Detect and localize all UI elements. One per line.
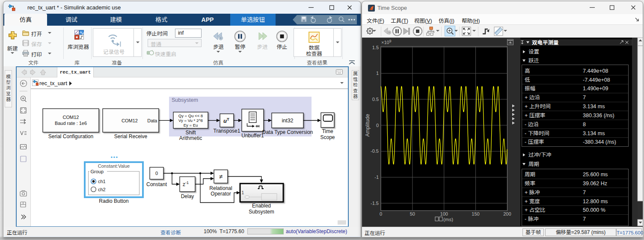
- svg-text:39.062 Hz: 39.062 Hz: [583, 181, 607, 187]
- svg-text:Enabled: Enabled: [252, 203, 271, 209]
- svg-text:380.336 (/ns): 380.336 (/ns): [583, 113, 614, 119]
- svg-text:1.490e+09: 1.490e+09: [583, 86, 608, 92]
- svg-text:- 脉冲: - 脉冲: [525, 216, 539, 222]
- svg-text:COM12: COM12: [63, 115, 79, 120]
- svg-text:Amplitude: Amplitude: [365, 114, 371, 137]
- svg-text:Serial Configuration: Serial Configuration: [48, 133, 93, 139]
- svg-text:1: 1: [242, 190, 244, 195]
- svg-text:设置: 设置: [528, 49, 539, 55]
- svg-text:7.449e+08: 7.449e+08: [583, 68, 608, 74]
- svg-text:-1.5: -1.5: [371, 201, 379, 206]
- svg-text:int32: int32: [282, 118, 293, 124]
- svg-text:+ 占空比: + 占空比: [525, 207, 545, 213]
- svg-text:×109: ×109: [381, 39, 392, 45]
- svg-text:+ 压摆率: + 压摆率: [525, 113, 545, 119]
- svg-text:Data Type Conversion: Data Type Conversion: [262, 129, 313, 135]
- svg-text:Vy = Vu * 2^8: Vy = Vu * 2^8: [178, 118, 203, 123]
- svg-text:周期: 周期: [528, 161, 539, 167]
- svg-text:-0.5: -0.5: [371, 148, 379, 154]
- svg-text:振幅: 振幅: [525, 86, 535, 92]
- svg-text:1.5: 1.5: [372, 45, 379, 50]
- svg-text:COM12: COM12: [122, 118, 138, 123]
- svg-text:12.800 ms: 12.800 ms: [583, 199, 608, 204]
- svg-text:- 下降时间: - 下降时间: [525, 130, 549, 136]
- svg-text:过冲/下冲: 过冲/下冲: [528, 152, 551, 158]
- svg-text:频率: 频率: [525, 181, 535, 187]
- svg-text:7: 7: [583, 190, 586, 196]
- svg-text:Relational: Relational: [209, 185, 232, 191]
- svg-text:高: 高: [525, 68, 530, 74]
- svg-text:(ms): (ms): [443, 217, 453, 222]
- svg-text:0.5: 0.5: [372, 97, 379, 102]
- svg-text:-1: -1: [374, 175, 379, 180]
- svg-text:3.134 ms: 3.134 ms: [583, 130, 605, 136]
- svg-text:Shift: Shift: [185, 130, 196, 136]
- svg-text:Qy = Qu << 8: Qy = Qu << 8: [178, 113, 203, 118]
- svg-text:8: 8: [583, 121, 586, 127]
- svg-text:Radio Button: Radio Button: [99, 198, 128, 204]
- svg-text:25.600 ms: 25.600 ms: [583, 172, 608, 178]
- svg-text:ch2: ch2: [98, 187, 106, 192]
- svg-text:周期: 周期: [525, 172, 535, 178]
- svg-text:Ey = Eu: Ey = Eu: [184, 123, 198, 127]
- svg-text:Time: Time: [322, 128, 333, 134]
- svg-text:Scope: Scope: [320, 134, 335, 140]
- svg-text:+ 上升时间: + 上升时间: [525, 104, 551, 110]
- svg-text:低: 低: [525, 77, 530, 83]
- svg-text:0: 0: [380, 211, 382, 216]
- svg-text:≠: ≠: [219, 173, 223, 180]
- svg-text:1: 1: [376, 71, 379, 76]
- svg-text:Operator: Operator: [211, 191, 231, 197]
- svg-text:- 压摆率: - 压摆率: [525, 139, 544, 145]
- svg-text:Baud rate : 1e6: Baud rate : 1e6: [55, 121, 87, 126]
- svg-text:50: 50: [410, 211, 415, 216]
- svg-text:+ 宽度: + 宽度: [525, 199, 540, 204]
- svg-text:0: 0: [155, 171, 158, 176]
- svg-text:+ 脉冲: + 脉冲: [525, 190, 540, 196]
- svg-text:Serial Receive: Serial Receive: [114, 133, 148, 139]
- svg-text:Group: Group: [91, 169, 104, 174]
- svg-text:+ 边沿: + 边沿: [525, 95, 540, 101]
- svg-text:Transpose1: Transpose1: [214, 128, 240, 134]
- svg-text:7: 7: [583, 216, 586, 222]
- svg-text:Subsystem: Subsystem: [172, 97, 198, 103]
- svg-text:Arithmetic: Arithmetic: [179, 135, 202, 141]
- svg-text:200: 200: [503, 211, 511, 216]
- svg-text:0: 0: [376, 123, 379, 128]
- svg-text:3.134 ms: 3.134 ms: [583, 104, 605, 110]
- svg-text:150: 150: [472, 211, 479, 216]
- svg-text:Data: Data: [147, 118, 157, 123]
- svg-text:Unbuffer1: Unbuffer1: [241, 133, 264, 139]
- svg-text:Delay: Delay: [181, 193, 194, 199]
- svg-text:ch1: ch1: [98, 179, 106, 184]
- svg-text:Constant:Value: Constant:Value: [98, 163, 130, 169]
- svg-text:- 边沿: - 边沿: [525, 121, 539, 127]
- svg-text:7: 7: [583, 95, 586, 101]
- svg-text:跃迁: 跃迁: [528, 58, 539, 64]
- svg-text:-7.449e+08: -7.449e+08: [583, 77, 610, 83]
- svg-text:50.000 %: 50.000 %: [583, 207, 605, 213]
- svg-text:-380.344 (/ns): -380.344 (/ns): [583, 139, 616, 145]
- svg-text:100: 100: [440, 211, 448, 216]
- svg-text:Subsystem: Subsystem: [249, 209, 274, 215]
- svg-text:Constant: Constant: [146, 181, 167, 187]
- svg-text:双电平测量: 双电平测量: [532, 39, 559, 46]
